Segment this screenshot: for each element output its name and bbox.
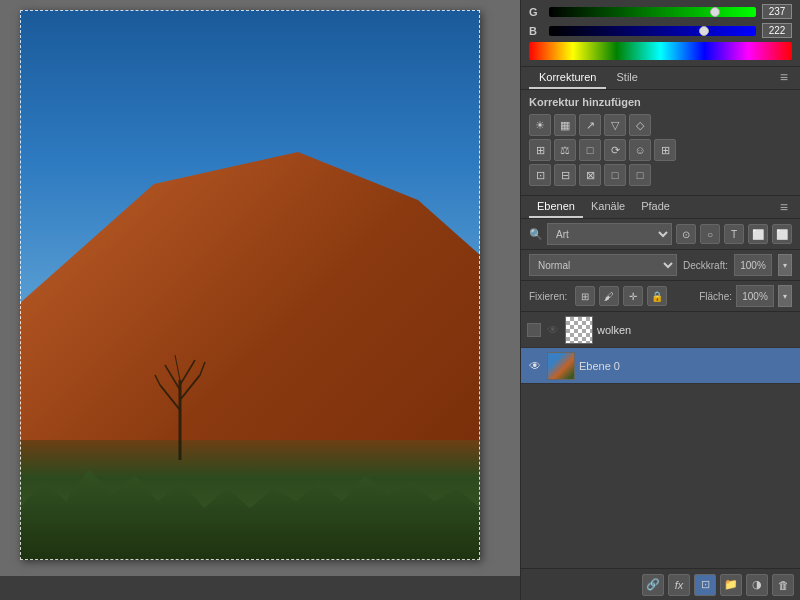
- layer-item-wolken[interactable]: 👁 wolken: [521, 312, 800, 348]
- correction-icons-row2: ⊞ ⚖ □ ⟳ ☺ ⊞: [529, 139, 792, 161]
- g-label: G: [529, 6, 543, 18]
- fix-all-btn[interactable]: 🔒: [647, 286, 667, 306]
- hsl-icon[interactable]: ⊞: [529, 139, 551, 161]
- wolken-thumb: [565, 316, 593, 344]
- color-lookup-icon[interactable]: ⊞: [654, 139, 676, 161]
- wolken-checkbox[interactable]: [527, 323, 541, 337]
- right-panel: G 237 B 222 Korrekturen Stile ≡ Ko: [520, 0, 800, 600]
- tab-pfade[interactable]: Pfade: [633, 196, 678, 218]
- delete-layer-btn[interactable]: 🗑: [772, 574, 794, 596]
- gradient-map-icon[interactable]: □: [629, 164, 651, 186]
- canvas-inner: [20, 10, 480, 560]
- color-spectrum: [529, 42, 792, 60]
- photo-filter-icon[interactable]: ⟳: [604, 139, 626, 161]
- layer-smartobj-btn[interactable]: ⬜: [748, 224, 768, 244]
- channel-mixer-icon[interactable]: ☺: [629, 139, 651, 161]
- bw-icon[interactable]: □: [579, 139, 601, 161]
- tree-silhouette: [150, 340, 210, 460]
- levels-icon[interactable]: ▦: [554, 114, 576, 136]
- threshold-icon[interactable]: ⊠: [579, 164, 601, 186]
- ebene0-thumb-photo: [548, 353, 574, 379]
- wolken-name: wolken: [597, 324, 794, 336]
- svg-line-1: [160, 385, 180, 410]
- ebene0-visibility[interactable]: 👁: [527, 358, 543, 374]
- layer-attr-btn[interactable]: ⬜: [772, 224, 792, 244]
- fx-btn[interactable]: fx: [668, 574, 690, 596]
- b-label: B: [529, 25, 543, 37]
- layer-type-select[interactable]: Art: [547, 223, 672, 245]
- invert-icon[interactable]: ⊡: [529, 164, 551, 186]
- photo-background: [20, 10, 480, 560]
- svg-line-5: [175, 355, 180, 380]
- g-value[interactable]: 237: [762, 4, 792, 19]
- brightness-icon[interactable]: ☀: [529, 114, 551, 136]
- curves-icon[interactable]: ↗: [579, 114, 601, 136]
- layer-color-btn[interactable]: ○: [700, 224, 720, 244]
- flaeche-dropdown[interactable]: ▾: [778, 285, 792, 307]
- fixieren-label: Fixieren:: [529, 291, 567, 302]
- vibrance-icon[interactable]: ◇: [629, 114, 651, 136]
- svg-line-6: [155, 375, 160, 385]
- tab-stile[interactable]: Stile: [606, 67, 647, 89]
- fix-move-btn[interactable]: ✛: [623, 286, 643, 306]
- layers-menu-button[interactable]: ≡: [776, 197, 792, 217]
- panel-bottom-toolbar: 🔗 fx ⊡ 📁 ◑ 🗑: [521, 568, 800, 600]
- blend-mode-select[interactable]: Normal: [529, 254, 677, 276]
- correction-icons-row3: ⊡ ⊟ ⊠ □ □: [529, 164, 792, 186]
- svg-line-4: [180, 360, 195, 385]
- new-group-btn[interactable]: 📁: [720, 574, 742, 596]
- layer-filter-row: 🔍 Art ⊙ ○ T ⬜ ⬜: [521, 219, 800, 250]
- layer-type-btn[interactable]: T: [724, 224, 744, 244]
- fix-brush-btn[interactable]: 🖌: [599, 286, 619, 306]
- new-layer-btn[interactable]: ⊡: [694, 574, 716, 596]
- flaeche-input[interactable]: [736, 285, 774, 307]
- canvas-bottom-bar: [0, 576, 520, 600]
- opacity-label: Deckkraft:: [683, 260, 728, 271]
- layer-visibility-btn[interactable]: ⊙: [676, 224, 696, 244]
- b-value[interactable]: 222: [762, 23, 792, 38]
- opacity-dropdown[interactable]: ▾: [778, 254, 792, 276]
- posterize-icon[interactable]: ⊟: [554, 164, 576, 186]
- corrections-tabs: Korrekturen Stile ≡: [521, 67, 800, 90]
- fixieren-row: Fixieren: ⊞ 🖌 ✛ 🔒 Fläche: ▾: [521, 281, 800, 312]
- selective-color-icon[interactable]: □: [604, 164, 626, 186]
- search-icon: 🔍: [529, 228, 543, 241]
- b-slider-track[interactable]: [549, 26, 756, 36]
- tab-korrekturen[interactable]: Korrekturen: [529, 67, 606, 89]
- korrekturen-title: Korrektur hinzufügen: [529, 96, 792, 108]
- g-slider-track[interactable]: [549, 7, 756, 17]
- correction-icons-row1: ☀ ▦ ↗ ▽ ◇: [529, 114, 792, 136]
- korrekturen-section: Korrektur hinzufügen ☀ ▦ ↗ ▽ ◇ ⊞ ⚖ □ ⟳ ☺…: [521, 90, 800, 196]
- b-slider-row: B 222: [529, 23, 792, 38]
- color-balance-icon[interactable]: ⚖: [554, 139, 576, 161]
- layers-list: 👁 wolken 👁 Ebene 0: [521, 312, 800, 568]
- canvas-area: [0, 0, 520, 600]
- vegetation: [20, 430, 480, 560]
- opacity-input[interactable]: [734, 254, 772, 276]
- blend-opacity-row: Normal Deckkraft: ▾: [521, 250, 800, 281]
- fix-transparent-btn[interactable]: ⊞: [575, 286, 595, 306]
- tab-ebenen[interactable]: Ebenen: [529, 196, 583, 218]
- exposure-icon[interactable]: ▽: [604, 114, 626, 136]
- flaeche-label: Fläche:: [699, 291, 732, 302]
- color-section: G 237 B 222: [521, 0, 800, 67]
- svg-line-7: [200, 362, 205, 375]
- panel-menu-button[interactable]: ≡: [776, 67, 792, 89]
- wolken-thumb-checker: [566, 317, 592, 343]
- tab-kanaele[interactable]: Kanäle: [583, 196, 633, 218]
- ebene0-thumb: [547, 352, 575, 380]
- layer-tabs: Ebenen Kanäle Pfade ≡: [521, 196, 800, 219]
- ebene0-name: Ebene 0: [579, 360, 794, 372]
- new-adjustment-btn[interactable]: ◑: [746, 574, 768, 596]
- layer-item-ebene0[interactable]: 👁 Ebene 0: [521, 348, 800, 384]
- wolken-visibility[interactable]: 👁: [545, 322, 561, 338]
- g-slider-row: G 237: [529, 4, 792, 19]
- link-layers-btn[interactable]: 🔗: [642, 574, 664, 596]
